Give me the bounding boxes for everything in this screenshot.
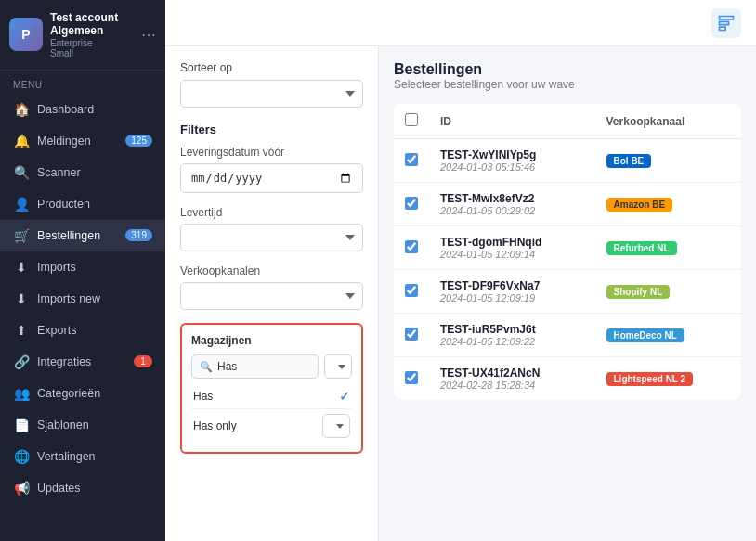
row-checkbox-cell bbox=[394, 183, 429, 226]
search-icon: 🔍 bbox=[200, 361, 213, 373]
verkoopkanalen-select-wrap bbox=[180, 282, 363, 310]
orders-table: ID Verkoopkanaal TEST-XwYlNIYp5g 2024-01… bbox=[394, 104, 741, 400]
sort-label: Sorteer op bbox=[180, 61, 363, 74]
account-name: Test account Algemeen bbox=[50, 11, 134, 38]
table-row: TEST-DF9F6VxNa7 2024-01-05 12:09:19 Shop… bbox=[394, 270, 741, 314]
sidebar-item-label: Dashboard bbox=[37, 103, 152, 116]
sidebar-item-bestellingen[interactable]: 🛒 Bestellingen 319 bbox=[0, 220, 165, 251]
levertijd-filter: Levertijd bbox=[180, 206, 363, 251]
sidebar-item-meldingen[interactable]: 🔔 Meldingen 125 bbox=[0, 125, 165, 157]
sidebar-more-icon[interactable]: ⋯ bbox=[141, 26, 156, 44]
row-checkbox[interactable] bbox=[405, 240, 418, 253]
sidebar-item-categorieen[interactable]: 👥 Categorieën bbox=[0, 378, 165, 409]
sidebar-item-label: Categorieën bbox=[37, 387, 152, 400]
delivery-date-input[interactable] bbox=[180, 163, 363, 193]
magazijnen-type-select[interactable] bbox=[324, 354, 352, 379]
sidebar-item-imports-new[interactable]: ⬇ Imports new bbox=[0, 283, 165, 315]
table-row: TEST-iuR5PvmJ6t 2024-01-05 12:09:22 Home… bbox=[394, 314, 741, 357]
magazijnen-option-has[interactable]: Has ✓ bbox=[191, 384, 352, 409]
sidebar-item-imports[interactable]: ⬇ Imports bbox=[0, 251, 165, 283]
row-checkbox[interactable] bbox=[405, 153, 418, 166]
has-only-select[interactable] bbox=[322, 414, 350, 438]
row-channel-cell: Amazon BE bbox=[595, 183, 741, 226]
select-all-checkbox[interactable] bbox=[405, 113, 418, 126]
magazijnen-search-wrap: 🔍 bbox=[191, 354, 319, 379]
updates-icon: 📢 bbox=[13, 480, 30, 496]
th-verkoopkanaal: Verkoopkanaal bbox=[595, 104, 741, 139]
verkoopkanalen-select[interactable] bbox=[180, 282, 363, 310]
order-id: TEST-DF9F6VxNa7 bbox=[440, 279, 584, 292]
sidebar-item-label: Exports bbox=[37, 324, 152, 337]
channel-badge: Shopify NL bbox=[606, 285, 671, 299]
delivery-date-filter: Leveringsdatum vóór bbox=[180, 146, 363, 193]
sidebar-item-scanner[interactable]: 🔍 Scanner bbox=[0, 157, 165, 188]
row-checkbox-cell bbox=[394, 357, 429, 401]
account-type-line2: Small bbox=[50, 48, 134, 58]
orders-title: Bestellingen bbox=[394, 61, 741, 78]
integraties-icon: 🔗 bbox=[13, 354, 30, 370]
table-row: TEST-XwYlNIYp5g 2024-01-03 05:15:46 Bol … bbox=[394, 139, 741, 183]
row-checkbox[interactable] bbox=[405, 371, 418, 384]
sidebar-item-updates[interactable]: 📢 Updates bbox=[0, 472, 165, 504]
sidebar-item-sjablonen[interactable]: 📄 Sjablonen bbox=[0, 409, 165, 441]
dashboard-icon: 🏠 bbox=[13, 101, 30, 118]
th-id: ID bbox=[429, 104, 595, 139]
magazijnen-title: Magazijnen bbox=[191, 334, 352, 347]
sidebar-item-label: Integraties bbox=[37, 355, 126, 368]
row-checkbox[interactable] bbox=[405, 284, 418, 297]
has-only-option-label: Has only bbox=[193, 419, 317, 432]
channel-badge: Amazon BE bbox=[606, 198, 673, 212]
table-row: TEST-dgomFHNqid 2024-01-05 12:09:14 Refu… bbox=[394, 226, 741, 270]
row-checkbox-cell bbox=[394, 270, 429, 314]
sidebar-item-label: Meldingen bbox=[37, 135, 118, 148]
levertijd-select[interactable] bbox=[180, 224, 363, 251]
meldingen-badge: 125 bbox=[125, 135, 152, 147]
sidebar-item-integraties[interactable]: 🔗 Integraties 1 bbox=[0, 346, 165, 378]
sidebar: P Test account Algemeen Enterprise Small… bbox=[0, 0, 165, 541]
sidebar-item-label: Imports new bbox=[37, 292, 152, 305]
magazijnen-search-input[interactable] bbox=[217, 360, 310, 373]
order-id: TEST-iuR5PvmJ6t bbox=[440, 323, 584, 336]
order-id: TEST-MwIx8efVz2 bbox=[440, 192, 584, 205]
order-date: 2024-01-05 12:09:14 bbox=[440, 249, 584, 260]
imports-icon: ⬇ bbox=[13, 259, 30, 276]
sidebar-item-label: Scanner bbox=[37, 166, 152, 179]
channel-badge: HomeDeco NL bbox=[606, 328, 684, 342]
orders-panel: Bestellingen Selecteer bestellingen voor… bbox=[379, 46, 756, 541]
bell-icon: 🔔 bbox=[13, 133, 30, 149]
bestellingen-badge: 319 bbox=[125, 229, 152, 241]
order-date: 2024-01-05 12:09:22 bbox=[440, 336, 584, 347]
cart-icon: 🛒 bbox=[13, 227, 30, 244]
verkoopkanalen-filter: Verkoopkanalen bbox=[180, 264, 363, 310]
delivery-date-label: Leveringsdatum vóór bbox=[180, 146, 363, 159]
channel-badge: Lightspeed NL 2 bbox=[606, 372, 694, 386]
row-channel-cell: Shopify NL bbox=[595, 270, 741, 314]
levertijd-select-wrap bbox=[180, 224, 363, 251]
row-checkbox[interactable] bbox=[405, 328, 418, 341]
sidebar-item-label: Bestellingen bbox=[37, 229, 118, 242]
main-area: Sorteer op Filters Leveringsdatum vóór L… bbox=[165, 0, 756, 541]
table-row: TEST-MwIx8efVz2 2024-01-05 00:29:02 Amaz… bbox=[394, 183, 741, 226]
magazijnen-box: Magazijnen 🔍 Has ✓ Has only bbox=[180, 323, 363, 454]
filters-panel: Sorteer op Filters Leveringsdatum vóór L… bbox=[165, 46, 379, 541]
sidebar-item-vertalingen[interactable]: 🌐 Vertalingen bbox=[0, 441, 165, 472]
row-id-cell: TEST-XwYlNIYp5g 2024-01-03 05:15:46 bbox=[429, 139, 595, 183]
has-check-icon: ✓ bbox=[339, 389, 350, 404]
order-date: 2024-01-03 05:15:46 bbox=[440, 161, 584, 173]
th-checkbox bbox=[394, 104, 429, 139]
row-checkbox[interactable] bbox=[405, 197, 418, 210]
sidebar-logo-icon: P bbox=[9, 18, 43, 51]
row-channel-cell: Bol BE bbox=[595, 139, 741, 183]
orders-subtitle: Selecteer bestellingen voor uw wave bbox=[394, 78, 741, 91]
sidebar-item-producten[interactable]: 👤 Producten bbox=[0, 188, 165, 220]
order-date: 2024-01-05 00:29:02 bbox=[440, 205, 584, 216]
sidebar-item-exports[interactable]: ⬆ Exports bbox=[0, 315, 165, 346]
topbar bbox=[165, 0, 756, 46]
topbar-logo-icon bbox=[711, 8, 741, 38]
row-channel-cell: Lightspeed NL 2 bbox=[595, 357, 741, 401]
order-id: TEST-dgomFHNqid bbox=[440, 236, 584, 249]
sort-select[interactable] bbox=[180, 80, 363, 108]
levertijd-label: Levertijd bbox=[180, 206, 363, 219]
exports-icon: ⬆ bbox=[13, 322, 30, 339]
sidebar-item-dashboard[interactable]: 🏠 Dashboard bbox=[0, 94, 165, 125]
